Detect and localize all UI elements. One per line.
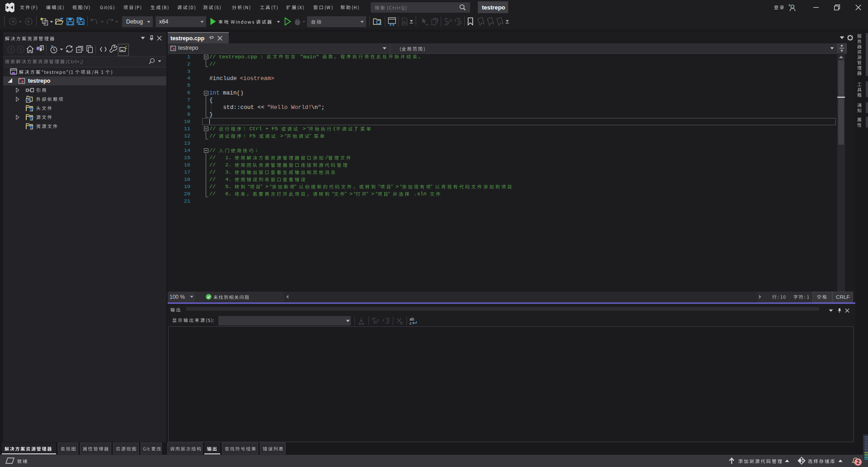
svg-text:c: c xyxy=(410,321,412,325)
